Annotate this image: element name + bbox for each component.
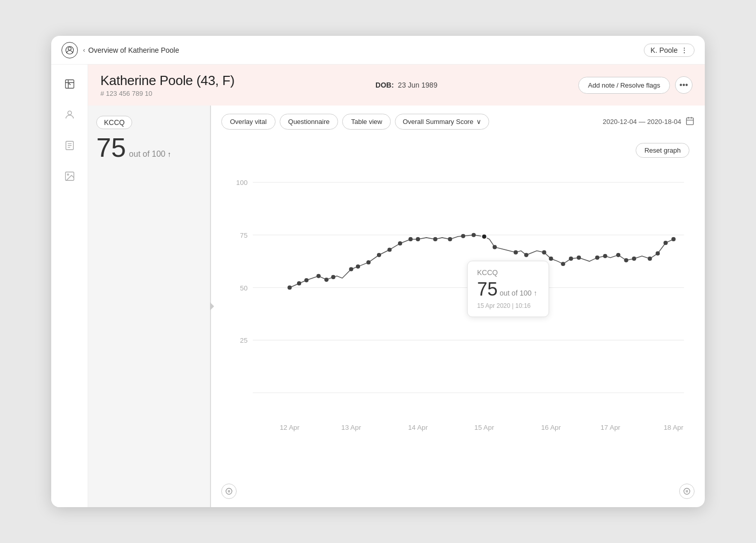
svg-text:75: 75 [240,232,248,239]
left-panel: KCCQ 75 out of 100 ↑ [88,106,211,507]
tooltip-score-detail: out of 100 ↑ [500,289,537,297]
svg-point-40 [461,234,465,238]
logo-icon [61,42,78,58]
questionnaire-button[interactable]: Questionnaire [280,114,339,130]
nav-left: ‹ Overview of Katherine Poole [61,42,179,58]
date-range-text: 2020-12-04 — 2020-18-04 [603,118,681,126]
main-layout: Katherine Poole (43, F) # 123 456 789 10… [51,65,705,507]
svg-point-29 [331,275,335,279]
svg-point-37 [416,237,420,241]
svg-point-56 [648,257,652,261]
chart-section: KCCQ 75 out of 100 ↑ Overlay vital Que [88,106,705,507]
svg-point-0 [68,47,71,50]
sidebar [51,65,88,507]
svg-point-25 [297,281,301,285]
more-options-button[interactable]: ••• [675,76,692,94]
svg-rect-7 [686,118,694,125]
overlay-vital-button[interactable]: Overlay vital [221,114,276,130]
sidebar-item-patient[interactable] [60,106,79,124]
svg-point-61 [684,488,690,494]
chart-svg: 100 75 50 25 12 Apr 13 Apr 14 Apr 15 Apr… [221,138,695,479]
patient-actions: Add note / Resolve flags ••• [578,76,692,94]
svg-point-30 [349,267,353,271]
svg-text:18 Apr: 18 Apr [664,424,684,431]
tooltip-trend-icon: ↑ [534,289,537,297]
patient-name: Katherine Poole (43, F) [100,73,235,89]
svg-point-38 [433,237,437,241]
user-name: K. Poole [650,46,678,54]
summary-score-button[interactable]: Overall Summary Score ∨ [395,114,489,130]
patient-info: Katherine Poole (43, F) # 123 456 789 10 [100,73,235,97]
svg-point-36 [408,237,412,241]
svg-point-46 [542,250,546,255]
add-note-button[interactable]: Add note / Resolve flags [578,77,670,94]
svg-point-59 [671,237,676,241]
svg-point-3 [68,111,71,115]
sidebar-item-gallery[interactable] [60,167,79,185]
score-number: 75 [96,134,126,161]
svg-point-47 [549,257,553,261]
svg-text:25: 25 [240,337,248,344]
filter-bar: Overlay vital Questionnaire Table view O… [221,114,695,130]
trend-icon: ↑ [167,150,171,158]
svg-point-60 [226,488,232,494]
reset-graph-button[interactable]: Reset graph [636,143,689,158]
score-detail: out of 100 ↑ [129,150,171,159]
svg-point-33 [377,253,381,257]
svg-text:16 Apr: 16 Apr [541,424,561,431]
chart-container: Reset graph 100 75 50 [221,138,695,479]
pan-right-button[interactable] [679,484,695,499]
svg-point-51 [595,256,599,260]
patient-id: # 123 456 789 10 [100,90,235,97]
svg-point-27 [317,274,321,278]
svg-point-34 [387,247,391,252]
score-display: 75 out of 100 ↑ [96,134,202,161]
date-range: 2020-12-04 — 2020-18-04 [603,116,695,128]
svg-point-58 [663,241,667,245]
right-panel: Overlay vital Questionnaire Table view O… [211,106,705,507]
svg-point-54 [624,258,628,262]
svg-point-24 [287,285,291,289]
kccq-label: KCCQ [96,116,132,129]
svg-point-28 [324,278,328,282]
back-button[interactable]: ‹ Overview of Katherine Poole [83,46,179,54]
pan-left-button[interactable] [221,484,237,499]
user-menu-icon: ⋮ [681,46,688,54]
svg-text:13 Apr: 13 Apr [341,424,361,431]
dob-label: DOB: [375,81,394,89]
calendar-icon[interactable] [685,116,695,128]
svg-point-55 [632,257,636,261]
svg-point-49 [569,257,573,261]
chart-tooltip: KCCQ 75 out of 100 ↑ 15 Apr 2020 | 10:16 [467,261,549,317]
user-pill[interactable]: K. Poole ⋮ [644,44,695,57]
back-chevron-icon: ‹ [83,46,85,54]
dob-value: 23 Jun 1989 [398,81,437,89]
svg-text:14 Apr: 14 Apr [408,424,428,431]
svg-text:100: 100 [236,179,247,186]
top-nav: ‹ Overview of Katherine Poole K. Poole ⋮ [51,36,705,65]
svg-point-57 [656,252,660,256]
svg-point-52 [603,254,607,258]
chevron-down-icon: ∨ [476,118,481,126]
patient-dob: DOB: 23 Jun 1989 [375,81,437,89]
sidebar-item-analytics[interactable] [60,75,79,93]
summary-score-label: Overall Summary Score [403,118,473,126]
sidebar-item-notes[interactable] [60,136,79,155]
svg-point-39 [448,237,452,241]
svg-point-50 [577,256,581,260]
svg-point-44 [514,250,518,255]
table-view-button[interactable]: Table view [342,114,391,130]
tooltip-score-number: 75 [477,279,497,300]
svg-text:12 Apr: 12 Apr [280,424,300,431]
bottom-controls [221,479,695,499]
back-label: Overview of Katherine Poole [88,46,179,54]
tooltip-date: 15 Apr 2020 | 10:16 [477,302,539,309]
svg-point-43 [493,245,497,249]
svg-point-26 [304,278,308,282]
score-detail-text: out of 100 [129,150,165,159]
content-area: Katherine Poole (43, F) # 123 456 789 10… [88,65,705,507]
svg-point-32 [366,260,370,264]
svg-point-35 [398,241,402,245]
svg-text:17 Apr: 17 Apr [600,424,620,431]
svg-point-41 [472,233,476,237]
